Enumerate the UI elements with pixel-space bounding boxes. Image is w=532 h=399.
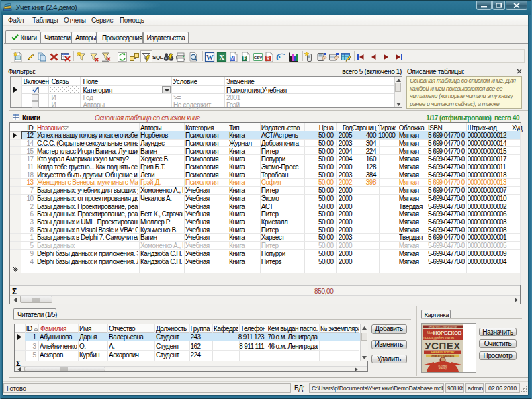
svg-text:CSV: CSV	[254, 56, 262, 60]
svg-text:W: W	[206, 53, 214, 61]
svg-text:ГЕННАДИЙ ВОЛКОВ: ГЕННАДИЙ ВОЛКОВ	[423, 335, 454, 339]
svg-text:УСПЕХ: УСПЕХ	[425, 339, 460, 351]
svg-text:e: e	[276, 52, 281, 62]
svg-text:SQL: SQL	[152, 54, 163, 60]
svg-text:НОРБЕКОВ: НОРБЕКОВ	[433, 329, 462, 335]
svg-text:E: E	[243, 56, 247, 62]
svg-text:X: X	[219, 53, 224, 61]
svg-text:И КАК ЕГО ИЗБЕЖАТЬ: И КАК ЕГО ИЗБЕЖАТЬ	[431, 355, 454, 357]
svg-text:ВПЕРЕД: ВПЕРЕД	[439, 367, 447, 370]
svg-text:КНИГА О ФИЛОСОФИИ ЧИТАТЕЛЕЙ: КНИГА О ФИЛОСОФИИ ЧИТАТЕЛЕЙ	[429, 326, 457, 328]
svg-text:НА ВАШУ ГОЛОВУ: НА ВАШУ ГОЛОВУ	[431, 351, 455, 354]
svg-text:M: M	[230, 56, 235, 62]
